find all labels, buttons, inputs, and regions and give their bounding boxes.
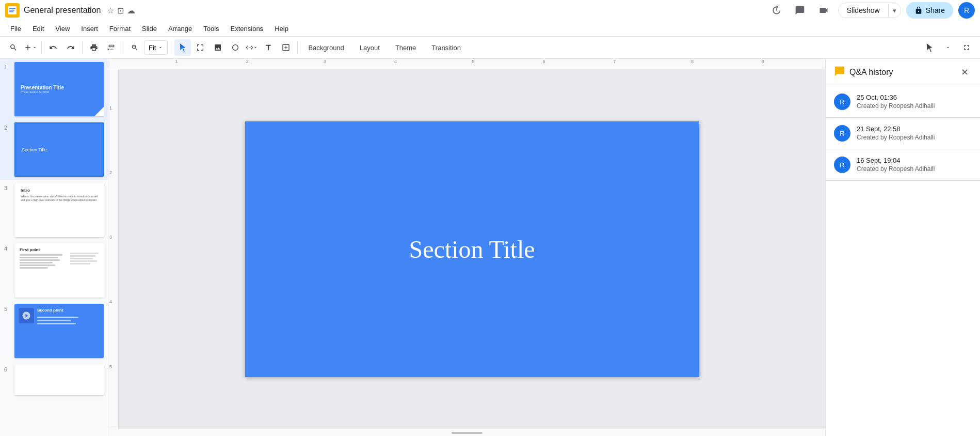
menu-slide[interactable]: Slide xyxy=(137,23,162,35)
slide-item-2[interactable]: 2 Section Title xyxy=(0,119,108,180)
slide-item-6[interactable]: 6 xyxy=(0,361,108,398)
fullscreen-button[interactable] xyxy=(958,39,975,56)
menu-help[interactable]: Help xyxy=(269,23,294,35)
qa-item-2[interactable]: R 21 Sept, 22:58 Created by Roopesh Adih… xyxy=(826,118,980,149)
transition-button[interactable]: Transition xyxy=(424,41,468,55)
qa-icon xyxy=(834,66,845,80)
slideshow-button-group[interactable]: Slideshow ▾ xyxy=(838,3,901,18)
search-button[interactable] xyxy=(5,39,22,56)
menu-tools[interactable]: Tools xyxy=(198,23,224,35)
menu-arrange[interactable]: Arrange xyxy=(163,23,197,35)
menu-format[interactable]: Format xyxy=(104,23,136,35)
camera-icon[interactable] xyxy=(814,1,833,20)
app-icon[interactable] xyxy=(5,3,20,18)
select-tool[interactable] xyxy=(174,39,191,56)
menu-bar: File Edit View Insert Format Slide Arran… xyxy=(0,21,980,36)
cursor-mode-button[interactable] xyxy=(921,39,938,56)
share-label: Share xyxy=(926,6,945,14)
slide-item-1[interactable]: 1 Presentation Title Presentation Subtit… xyxy=(0,59,108,119)
slide-panel: 1 Presentation Title Presentation Subtit… xyxy=(0,59,108,436)
theme-button[interactable]: Theme xyxy=(388,41,423,55)
main-content: 1 Presentation Title Presentation Subtit… xyxy=(0,59,980,436)
comment-icon[interactable] xyxy=(791,1,809,20)
layout-button[interactable]: Layout xyxy=(352,41,387,55)
thumb-3-title: Intro xyxy=(21,188,98,193)
slideshow-dropdown[interactable]: ▾ xyxy=(888,4,901,18)
ruler-area: 1 2 3 4 5 6 7 8 9 1 2 3 4 5 xyxy=(108,59,825,436)
text-tool[interactable] xyxy=(260,39,277,56)
shape-tool[interactable] xyxy=(227,39,244,56)
slide-number-5: 5 xyxy=(4,304,11,312)
toolbar-separator-2 xyxy=(82,41,83,54)
slide-canvas[interactable]: Section Title xyxy=(245,121,699,377)
menu-extensions[interactable]: Extensions xyxy=(226,23,269,35)
share-button[interactable]: Share xyxy=(906,2,953,19)
thumb-1-sub: Presentation Subtitle xyxy=(21,90,98,94)
ruler-horizontal: 1 2 3 4 5 6 7 8 9 xyxy=(108,59,825,69)
menu-edit[interactable]: Edit xyxy=(27,23,49,35)
svg-rect-2 xyxy=(9,8,15,9)
qa-info-3: 16 Sept, 19:04 Created by Roopesh Adihal… xyxy=(857,157,972,173)
title-icons: ☆ ⊡ ☁ xyxy=(107,6,135,15)
star-icon[interactable]: ☆ xyxy=(107,6,114,15)
paint-format-button[interactable] xyxy=(103,39,120,56)
qa-panel: Q&A history ✕ R 25 Oct, 01:36 Created by… xyxy=(825,59,980,436)
qa-item-3[interactable]: R 16 Sept, 19:04 Created by Roopesh Adih… xyxy=(826,149,980,181)
slide-number-2: 2 xyxy=(4,122,11,131)
qa-list: R 25 Oct, 01:36 Created by Roopesh Adiha… xyxy=(826,86,980,436)
slide-thumbnail-1: Presentation Title Presentation Subtitle xyxy=(14,62,104,116)
menu-file[interactable]: File xyxy=(5,23,26,35)
ruler-vertical: 1 2 3 4 5 xyxy=(108,69,119,429)
thumb-1-title: Presentation Title xyxy=(21,85,98,90)
print-button[interactable] xyxy=(86,39,102,56)
undo-button[interactable] xyxy=(45,39,61,56)
qa-author-2: Created by Roopesh Adihalli xyxy=(857,134,972,141)
add-slide-button[interactable] xyxy=(23,39,38,56)
menu-view[interactable]: View xyxy=(50,23,75,35)
slide-item-3[interactable]: 3 Intro What is this presentation about?… xyxy=(0,180,108,240)
bottom-bar xyxy=(108,429,825,436)
qa-title: Q&A history xyxy=(849,68,953,77)
toolbar-separator-3 xyxy=(123,41,123,54)
slide-number-4: 4 xyxy=(4,243,11,252)
zoom-control[interactable]: Fit xyxy=(144,40,168,55)
qa-date-2: 21 Sept, 22:58 xyxy=(857,125,972,133)
zoom-out-button[interactable] xyxy=(126,39,143,56)
qa-close-button[interactable]: ✕ xyxy=(957,65,972,80)
image-tool[interactable] xyxy=(210,39,226,56)
toolbar-separator-4 xyxy=(171,41,171,54)
slideshow-button[interactable]: Slideshow xyxy=(839,3,888,18)
qa-item-1[interactable]: R 25 Oct, 01:36 Created by Roopesh Adiha… xyxy=(826,86,980,118)
slide-number-1: 1 xyxy=(4,62,11,70)
thumb-corner xyxy=(94,107,104,116)
menu-insert[interactable]: Insert xyxy=(76,23,103,35)
qa-author-3: Created by Roopesh Adihalli xyxy=(857,165,972,173)
scroll-indicator[interactable] xyxy=(452,432,483,434)
folder-icon[interactable]: ⊡ xyxy=(117,6,124,15)
slide-item-4[interactable]: 4 First point xyxy=(0,240,108,301)
toolbar-separator-1 xyxy=(41,41,42,54)
slide-number-3: 3 xyxy=(4,183,11,191)
qa-date-3: 16 Sept, 19:04 xyxy=(857,157,972,164)
redo-button[interactable] xyxy=(62,39,79,56)
thumb-2-text: Section Title xyxy=(22,147,47,152)
cursor-dropdown[interactable] xyxy=(940,39,956,56)
background-button[interactable]: Background xyxy=(301,41,351,55)
qa-date-1: 25 Oct, 01:36 xyxy=(857,94,972,101)
history-icon[interactable] xyxy=(767,1,785,20)
line-tool[interactable] xyxy=(245,39,259,56)
slide-thumbnail-2: Section Title xyxy=(14,122,104,177)
qa-header: Q&A history ✕ xyxy=(826,59,980,86)
qa-info-2: 21 Sept, 22:58 Created by Roopesh Adihal… xyxy=(857,125,972,141)
qa-avatar-2: R xyxy=(834,125,850,142)
toolbar-right xyxy=(921,39,975,56)
user-avatar[interactable]: R xyxy=(958,2,975,19)
frame-tool[interactable] xyxy=(192,39,208,56)
slide-item-5[interactable]: 5 Second point xyxy=(0,301,108,361)
toolbar: Fit Background Layout Theme Transition xyxy=(0,36,980,59)
insert-field[interactable] xyxy=(278,39,294,56)
qa-info-1: 25 Oct, 01:36 Created by Roopesh Adihall… xyxy=(857,94,972,110)
slide-thumbnail-3: Intro What is this presentation about? U… xyxy=(14,183,104,237)
cloud-icon[interactable]: ☁ xyxy=(127,6,135,15)
qa-avatar-3: R xyxy=(834,157,850,173)
